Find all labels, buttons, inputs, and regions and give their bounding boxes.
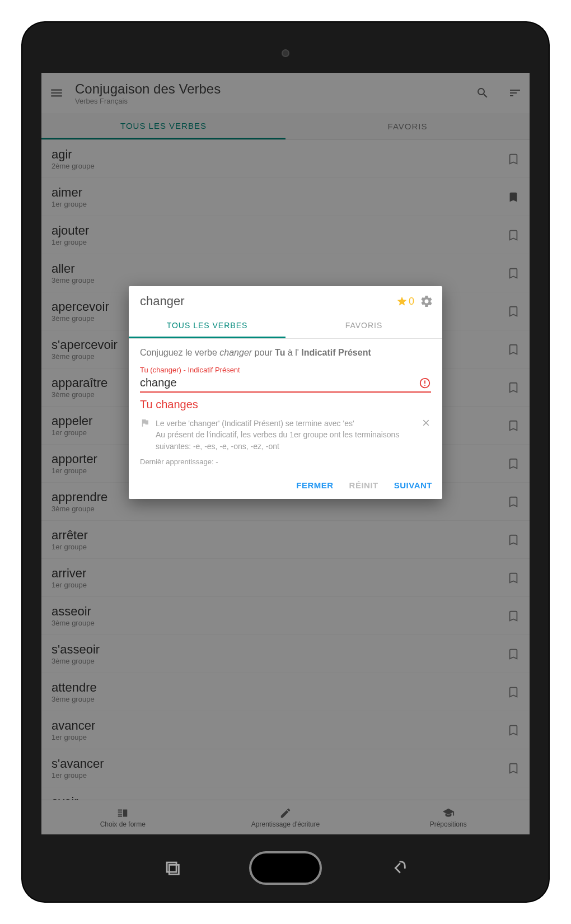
- close-button[interactable]: FERMER: [296, 480, 333, 490]
- score-value: 0: [409, 296, 414, 307]
- dialog-tab-favorites[interactable]: FAVORIS: [286, 314, 442, 338]
- svg-rect-4: [169, 865, 179, 874]
- hint-line: Le verbe 'changer' (Indicatif Présent) s…: [156, 418, 420, 429]
- dialog-title: changer: [140, 294, 396, 309]
- flag-icon: [140, 418, 150, 452]
- svg-point-2: [424, 385, 425, 386]
- instruction-text: Conjuguez le verbe changer pour Tu à l' …: [140, 348, 431, 358]
- error-icon: [419, 377, 431, 389]
- device-camera: [282, 49, 289, 57]
- score-badge: 0: [396, 296, 414, 307]
- hint-line: Au présent de l'indicatif, les verbes du…: [156, 430, 420, 452]
- gear-icon[interactable]: [420, 295, 433, 308]
- device-nav-buttons: [22, 851, 549, 885]
- next-button[interactable]: SUIVANT: [394, 480, 432, 490]
- answer-input[interactable]: change: [140, 376, 419, 389]
- conjugation-dialog: changer 0 TOUS LES VERBES FAVORIS Conjug…: [129, 286, 442, 499]
- recent-apps-icon[interactable]: [163, 858, 182, 878]
- screen: Conjugaison des Verbes Verbes Français T…: [41, 73, 530, 834]
- correct-answer: Tu changes: [140, 398, 431, 411]
- input-label: Tu (changer) - Indicatif Présent: [140, 366, 431, 374]
- tablet-frame: Conjugaison des Verbes Verbes Français T…: [22, 22, 549, 902]
- close-icon[interactable]: [421, 418, 431, 428]
- home-button[interactable]: [249, 851, 322, 885]
- last-learning-text: Dernièr apprentissage: -: [140, 458, 431, 466]
- hint-box: Le verbe 'changer' (Indicatif Présent) s…: [140, 418, 431, 452]
- svg-rect-3: [167, 862, 176, 872]
- back-icon[interactable]: [389, 858, 408, 878]
- reset-button[interactable]: RÉINIT: [349, 480, 378, 490]
- dialog-tab-all[interactable]: TOUS LES VERBES: [129, 314, 286, 338]
